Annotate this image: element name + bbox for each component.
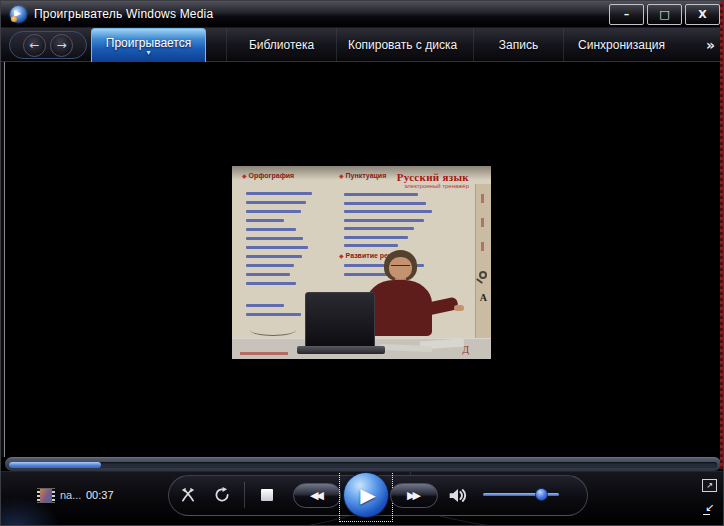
repeat-icon: [212, 486, 232, 504]
window-title: Проигрыватель Windows Media: [34, 7, 213, 21]
volume-slider[interactable]: [483, 493, 559, 496]
rewind-icon: ◀◀: [310, 489, 324, 502]
video-link-line: [246, 264, 294, 267]
presenter-hand: [454, 305, 464, 311]
video-link-line: [344, 227, 414, 230]
chevron-down-icon: ▾: [146, 50, 150, 56]
speaker-icon: [447, 486, 469, 505]
video-heading-orthography: ◆ Орфография: [242, 172, 294, 179]
diamond-bullet-icon: ◆: [242, 172, 247, 179]
close-button[interactable]: X: [685, 4, 720, 25]
tab-burn[interactable]: Запись: [473, 28, 563, 62]
video-link-line: [246, 228, 296, 231]
seek-progress[interactable]: [9, 462, 101, 468]
presenter-body: [366, 280, 432, 336]
navigation-pill: ← →: [9, 31, 87, 59]
presenter-glasses: [391, 265, 410, 269]
video-content: ◆ Орфография ◆ Пунктуация ◆ Развитие реч…: [232, 166, 491, 359]
mute-button[interactable]: [446, 485, 470, 505]
fullscreen-arrow-icon: ↗: [706, 481, 713, 490]
shuffle-button[interactable]: [177, 485, 199, 505]
diamond-bullet-icon: ◆: [339, 252, 344, 259]
diamond-bullet-icon: ◆: [339, 172, 344, 179]
video-link-line: [246, 237, 303, 240]
wmp-window: Проигрыватель Windows Media – □ X ← → Пр…: [0, 0, 724, 526]
seek-bar[interactable]: [5, 457, 721, 471]
video-link-line: [246, 246, 308, 249]
maximize-button[interactable]: □: [647, 4, 682, 25]
back-button[interactable]: ←: [23, 34, 46, 57]
video-brand-subtitle: электронный тренажёр: [397, 183, 469, 189]
video-link-line: [246, 304, 284, 307]
video-link-line: [344, 210, 432, 213]
tab-bar: ← → Проигрывается ▾ Библиотека Копироват…: [1, 28, 724, 62]
video-cable: [250, 324, 296, 336]
volume-thumb[interactable]: [535, 488, 548, 501]
video-link-line: [344, 193, 418, 196]
video-brand: Русский язык электронный тренажёр: [397, 171, 469, 189]
wmp-logo-icon: [10, 6, 27, 23]
video-link-line: [344, 236, 408, 239]
video-link-line: [246, 219, 284, 222]
elapsed-time: 00:37: [86, 489, 114, 501]
video-link-line: [246, 210, 301, 213]
video-ornament-strip: [475, 184, 491, 346]
title-bar[interactable]: Проигрыватель Windows Media – □ X: [1, 1, 724, 28]
video-brand-title: Русский язык: [397, 171, 469, 183]
video-link-line: [246, 313, 301, 316]
video-viewport: ◆ Орфография ◆ Пунктуация ◆ Развитие реч…: [4, 62, 721, 457]
window-controls: – □ X: [609, 4, 720, 25]
video-link-line: [246, 192, 312, 195]
next-button[interactable]: ▶▶: [390, 483, 438, 508]
video-link-line: [246, 255, 302, 258]
video-frame: ◆ Орфография ◆ Пунктуация ◆ Развитие реч…: [231, 163, 492, 369]
minimize-button[interactable]: –: [609, 4, 644, 25]
video-display-area[interactable]: ◆ Орфография ◆ Пунктуация ◆ Развитие реч…: [1, 62, 724, 457]
previous-button[interactable]: ◀◀: [293, 483, 341, 508]
video-letter-d: Д: [462, 344, 469, 355]
seek-track[interactable]: [9, 462, 717, 468]
laptop: [305, 292, 375, 347]
tab-sync[interactable]: Синхронизация: [563, 28, 679, 62]
video-link-line: [246, 282, 296, 285]
shuffle-icon: [178, 486, 198, 504]
compact-mode-button[interactable]: ↙: [705, 501, 714, 514]
tab-rip[interactable]: Копировать с диска: [336, 28, 468, 62]
stop-button[interactable]: [260, 488, 274, 502]
magnifier-icon: [479, 271, 487, 279]
forward-button[interactable]: →: [50, 34, 73, 57]
desktop-edge-artifact: [720, 1, 723, 469]
stop-icon: [261, 489, 273, 501]
video-link-line: [344, 244, 398, 247]
video-heading-punctuation: ◆ Пунктуация: [339, 172, 386, 179]
play-button[interactable]: ▶: [343, 472, 389, 518]
tab-library[interactable]: Библиотека: [226, 28, 336, 62]
track-name: na...: [60, 489, 81, 501]
now-playing-thumbnail: [37, 488, 55, 503]
tab-now-playing[interactable]: Проигрывается ▾: [91, 28, 206, 62]
compact-arrow-icon: ↙: [705, 501, 714, 514]
video-caption-line: [240, 352, 288, 355]
fullscreen-button[interactable]: ↗: [702, 479, 717, 492]
video-link-line: [344, 202, 426, 205]
laptop-base: [297, 346, 385, 354]
tab-overflow-chevron-icon[interactable]: »: [706, 28, 715, 62]
play-icon: ▶: [356, 483, 375, 507]
fast-forward-icon: ▶▶: [407, 489, 421, 502]
video-letter-a: А: [480, 292, 487, 303]
repeat-button[interactable]: [211, 485, 233, 505]
video-link-line: [246, 273, 290, 276]
playback-controls: na... 00:37 ◀◀ ▶: [1, 471, 724, 526]
video-link-line: [246, 201, 306, 204]
controls-divider: [244, 482, 245, 508]
video-link-line: [344, 219, 424, 222]
